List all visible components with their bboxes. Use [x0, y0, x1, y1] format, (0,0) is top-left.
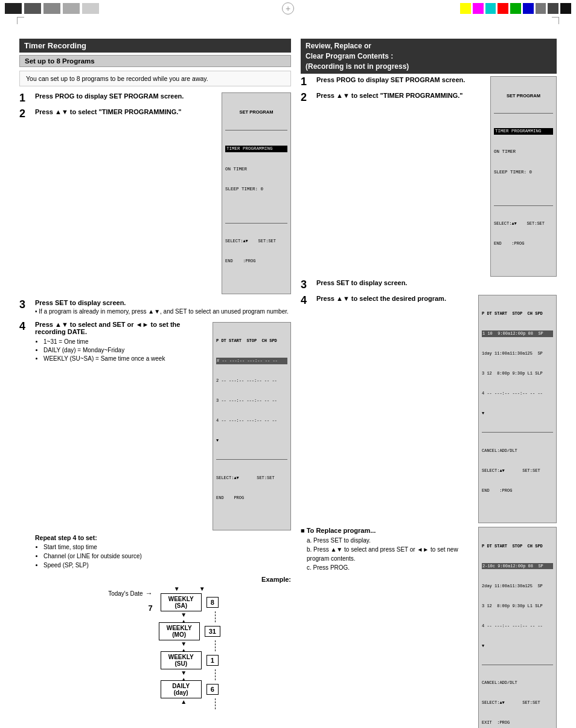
- right-step-4: 4 Press ▲▼ to select the desired program…: [301, 295, 473, 306]
- timer-rec-screen-2: P DT START STOP CH SPD 1 10 9:00a12:00p …: [478, 295, 557, 524]
- arrow-right-1: →: [146, 589, 153, 598]
- trscreen2-bottom1: CANCEL:ADD/DLT: [482, 448, 553, 454]
- step-4-bullet-3: WEEKLY (SU~SA) = Same time once a week: [43, 355, 208, 363]
- right-step-2: 2 Press ▲▼ to select "TIMER PROGRAMMING.…: [301, 92, 485, 103]
- color-swatch-3: [43, 3, 60, 14]
- trscreen3-row1: 2day 11:00a11:30a125 SP: [482, 583, 553, 590]
- step-2: 2 Press ▲▼ to select "TIMER PROGRAMMING.…: [19, 108, 217, 119]
- right-step-4-text: Press ▲▼ to select the desired program.: [316, 295, 446, 302]
- arrow-down-3: ▼▲: [181, 640, 187, 651]
- step-3-note: • If a program is already in memory, pre…: [35, 308, 291, 316]
- right-step-3: 3 Press SET to display screen.: [301, 279, 557, 290]
- color-swatch-green: [510, 3, 521, 14]
- arrow-down-left: ▼: [174, 585, 180, 592]
- top-bar-left: [0, 0, 121, 17]
- step-4-bullet-2: DAILY (day) = Monday~Friday: [43, 346, 208, 355]
- color-swatch-4: [63, 3, 80, 14]
- step-1-text: Press PROG to display SET PROGRAM screen…: [35, 92, 184, 100]
- trscreen3-row2: 3 12 8:00p 9:30p L1 SLP: [482, 603, 553, 610]
- screen1-line2: ON TIMER: [225, 166, 287, 173]
- to-replace-steps: a. Press SET to display. b. Press ▲▼ to …: [307, 536, 473, 572]
- timerscreen1-bottom2: END PROG: [216, 495, 287, 501]
- repeat-item-3: Speed (SP, SLP): [43, 561, 291, 570]
- color-swatch-magenta: [473, 3, 484, 14]
- diag-num-6: 6: [206, 684, 219, 695]
- top-bar: [0, 0, 576, 17]
- top-bar-right: [455, 0, 576, 17]
- intro-box: You can set up to 8 programs to be recor…: [19, 71, 291, 86]
- diag-box-weekly-sa: WEEKLY(SA): [161, 593, 202, 611]
- repeat-item-2: Channel (or LINE for outside source): [43, 552, 291, 561]
- intro-text: You can set up to 8 programs to be recor…: [26, 75, 208, 82]
- right-step-3-number: 3: [301, 279, 313, 290]
- color-swatch-red: [498, 3, 508, 14]
- screen1-bottom1: SELECT:▲▼ SET:SET: [225, 238, 287, 245]
- step-4-text: Press ▲▼ to select and SET or ◄► to set …: [35, 321, 180, 335]
- corner-mark-tr: [552, 17, 559, 24]
- left-section-title: Timer Recording: [19, 39, 291, 53]
- trscreen3-row3: 4 -- ---:-- ---:-- -- --: [482, 623, 553, 630]
- right-screen1-bottom1: SELECT:▲▼ SET:SET: [494, 221, 553, 227]
- right-step-1: 1 Press PROG to display SET PROGRAM scre…: [301, 76, 485, 87]
- diag-box-daily: DAILY(day): [161, 680, 202, 698]
- timerscreen1-row4: ▼: [216, 437, 287, 444]
- step-3: 3 Press SET to display screen. • If a pr…: [19, 299, 291, 316]
- trscreen3-highlight: 2-10c 9:00a12:00p 08 SP: [482, 563, 553, 570]
- trscreen2-header: P DT START STOP CH SPD: [482, 311, 553, 317]
- right-step-2-text: Press ▲▼ to select "TIMER PROGRAMMING.": [316, 92, 462, 99]
- repeat-item-1: Start time, stop time: [43, 543, 291, 552]
- left-column: Timer Recording Set up to 8 Programs You…: [19, 39, 291, 728]
- example-section: Example: Today's Date → 7: [37, 576, 291, 722]
- timerscreen1-row2: 3 -- ---:-- ---:-- -- --: [216, 398, 287, 404]
- step-2-text: Press ▲▼ to select "TIMER PROGRAMMING.": [35, 108, 181, 115]
- repeat-step4-label: Repeat step 4 to set:: [35, 534, 97, 541]
- to-replace-title: ■ To Replace program...: [301, 527, 376, 534]
- step-1-number: 1: [19, 92, 31, 103]
- color-swatch-2: [24, 3, 41, 14]
- trscreen2-row1: 1day 11:00a11:30a125 SP: [482, 350, 553, 357]
- timer-rec-screen-1: P DT START STOP CH SPD # -- ---:-- ---:-…: [213, 322, 291, 531]
- right-step-3-text: Press SET to display screen.: [316, 279, 407, 286]
- screen1-line1: TIMER PROGRAMMING: [225, 146, 287, 152]
- right-screen1-line1: TIMER PROGRAMMING: [494, 128, 553, 135]
- color-swatch-gray1: [536, 3, 546, 14]
- step-3-text: Press SET to display screen.: [35, 299, 126, 306]
- right-step-4-number: 4: [301, 295, 313, 306]
- right-step-2-number: 2: [301, 92, 313, 103]
- main-content: Timer Recording Set up to 8 Programs You…: [0, 17, 576, 728]
- trscreen2-row3: 4 -- ---:-- ---:-- -- --: [482, 390, 553, 397]
- to-replace-a: a. Press SET to display.: [307, 536, 473, 545]
- diag-num-31: 31: [205, 626, 220, 637]
- step-4: 4 Press ▲▼ to select and SET or ◄► to se…: [19, 321, 208, 363]
- arrow-down-4: ▼▲: [181, 669, 187, 680]
- screen1-line3: SLEEP TIMER: 0: [225, 186, 287, 193]
- diag-box-weekly-mo: WEEKLY(MO): [159, 622, 200, 640]
- color-swatch-1: [5, 3, 22, 14]
- timer-rec-screen-3: P DT START STOP CH SPD 2-10c 9:00a12:00p…: [478, 527, 557, 728]
- step-1: 1 Press PROG to display SET PROGRAM scre…: [19, 92, 217, 103]
- trscreen2-highlight: 1 10 9:00a12:00p 08 SP: [482, 330, 553, 337]
- right-section-title: Review, Replace orClear Program Contents…: [301, 39, 557, 74]
- right-step-1-number: 1: [301, 76, 313, 87]
- trscreen3-bottom3: EXIT :PROG: [482, 720, 553, 726]
- timerscreen1-row1: 2 -- ---:-- ---:-- -- --: [216, 378, 287, 384]
- diag-num-1: 1: [206, 655, 219, 666]
- right-step-1-text: Press PROG to display SET PROGRAM screen…: [316, 76, 465, 83]
- step-4-number: 4: [19, 321, 31, 332]
- timerscreen1-bottom1: SELECT:▲▼ SET:SET: [216, 475, 287, 482]
- trscreen2-bottom2: SELECT:▲▼ SET:SET: [482, 468, 553, 474]
- step-3-number: 3: [19, 299, 31, 310]
- set-program-screen-1: SET PROGRAM TIMER PROGRAMMING ON TIMER S…: [222, 92, 291, 294]
- left-sub-title: Set up to 8 Programs: [19, 55, 291, 67]
- color-swatch-black: [560, 3, 571, 14]
- color-swatch-gray2: [548, 3, 558, 14]
- right-screen1-line2: ON TIMER: [494, 149, 553, 155]
- screen1-bottom2: END :PROG: [225, 258, 287, 265]
- to-replace-b: b. Press ▲▼ to select and press SET or ◄…: [307, 545, 473, 563]
- screen1-title: SET PROGRAM: [225, 109, 287, 115]
- trscreen3-row4: ▼: [482, 643, 553, 649]
- trscreen2-row2: 3 12 8:00p 9:30p L1 SLP: [482, 370, 553, 377]
- right-set-program-screen: SET PROGRAM TIMER PROGRAMMING ON TIMER S…: [490, 76, 557, 277]
- trscreen3-header: P DT START STOP CH SPD: [482, 543, 553, 550]
- right-screen1-bottom2: END :PROG: [494, 240, 553, 247]
